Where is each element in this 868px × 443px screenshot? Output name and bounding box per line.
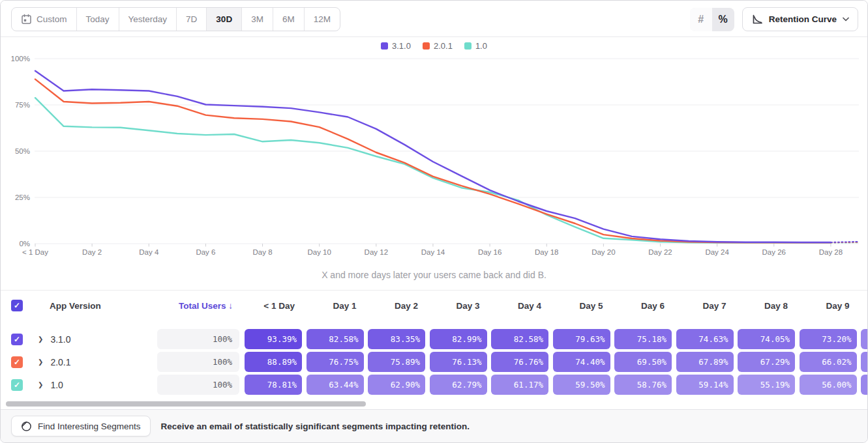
date-range-today[interactable]: Today — [77, 8, 119, 31]
retention-cell[interactable]: 67.89% — [676, 352, 734, 372]
chart-legend: 3.1.02.0.11.0 — [1, 41, 867, 51]
total-users-header[interactable]: Total Users ↓ — [179, 301, 239, 311]
series-line-1.0[interactable] — [35, 98, 831, 242]
legend-swatch — [464, 42, 471, 50]
day-headers: < 1 DayDay 1Day 2Day 3Day 4Day 5Day 6Day… — [245, 301, 857, 311]
date-range-6m[interactable]: 6M — [273, 8, 305, 31]
row-checkbox[interactable]: ✓ — [11, 356, 23, 368]
date-range-30d[interactable]: 30D — [207, 8, 242, 31]
total-users-cell-wrap: 100% — [157, 329, 239, 349]
retention-cell[interactable]: 79.63% — [553, 329, 610, 349]
retention-cell[interactable]: 76.75% — [307, 352, 364, 372]
chart-type-dropdown[interactable]: Retention Curve — [742, 7, 858, 31]
total-users-cell-wrap: 100% — [157, 352, 239, 372]
date-range-label: 30D — [216, 14, 232, 24]
series-line-3.1.0[interactable] — [35, 71, 831, 242]
footer-bar: Find Interesting Segments Receive an ema… — [1, 409, 867, 442]
date-range-3m[interactable]: 3M — [242, 8, 273, 31]
retention-cell[interactable]: 55.19% — [738, 375, 795, 395]
day-header[interactable]: Day 4 — [491, 301, 548, 311]
row-checkbox[interactable]: ✓ — [11, 379, 23, 391]
check-icon: ✓ — [14, 358, 20, 367]
date-range-label: Custom — [37, 14, 67, 24]
retention-line-chart[interactable]: 100%75%50%25%0%< 1 DayDay 2Day 4Day 6Day… — [1, 55, 868, 261]
day-header[interactable]: Day 9 — [800, 301, 857, 311]
x-axis-tick-label: Day 16 — [478, 248, 501, 256]
horizontal-scrollbar-thumb[interactable] — [6, 401, 366, 407]
find-segments-button[interactable]: Find Interesting Segments — [11, 416, 151, 436]
row-series-label: 3.1.0 — [50, 334, 70, 345]
retention-cell[interactable]: 74.40% — [553, 352, 610, 372]
retention-cell[interactable]: 62.79% — [430, 375, 487, 395]
retention-cell[interactable]: 59.14% — [676, 375, 734, 395]
retention-cell[interactable]: 76.76% — [491, 352, 548, 372]
x-axis-tick-label: Day 18 — [535, 248, 558, 256]
chevron-down-icon — [843, 17, 849, 21]
y-axis-tick-label: 50% — [15, 147, 30, 155]
expand-row-icon[interactable]: ❯ — [38, 358, 43, 365]
date-range-7d[interactable]: 7D — [177, 8, 207, 31]
legend-item-2.0.1[interactable]: 2.0.1 — [423, 41, 453, 51]
retention-cell[interactable]: 75.18% — [614, 329, 672, 349]
retention-cell[interactable]: 59.50% — [553, 375, 610, 395]
retention-cell[interactable]: 67.29% — [738, 352, 795, 372]
retention-cell[interactable]: 93.39% — [245, 329, 302, 349]
retention-cell[interactable]: 82.58% — [307, 329, 364, 349]
retention-cell[interactable]: 56.00% — [800, 375, 857, 395]
date-range-selector: CustomTodayYesterday7D30D3M6M12M — [11, 7, 340, 31]
overflow-cell — [861, 375, 867, 395]
table-row-1.0: ✓❯1.0100%78.81%63.44%62.90%62.79%61.17%5… — [1, 373, 867, 396]
number-format-button[interactable]: # — [690, 8, 712, 31]
retention-cell[interactable]: 66.02% — [800, 352, 857, 372]
row-checkbox[interactable]: ✓ — [11, 334, 23, 345]
y-axis-tick-label: 100% — [11, 55, 30, 63]
retention-cell[interactable]: 83.35% — [368, 329, 425, 349]
row-label-column: ❯2.0.1 — [33, 357, 157, 367]
day-header[interactable]: Day 7 — [676, 301, 734, 311]
app-version-column: App Version — [33, 301, 157, 311]
day-header[interactable]: Day 6 — [614, 301, 672, 311]
total-users-cell: 100% — [157, 352, 239, 372]
legend-item-3.1.0[interactable]: 3.1.0 — [381, 41, 411, 51]
expand-row-icon[interactable]: ❯ — [38, 336, 43, 343]
day-header[interactable]: Day 1 — [307, 301, 364, 311]
retention-cell[interactable]: 82.58% — [491, 329, 548, 349]
retention-cell[interactable]: 73.20% — [800, 329, 857, 349]
retention-cell[interactable]: 76.13% — [430, 352, 487, 372]
retention-cell[interactable]: 74.63% — [676, 329, 734, 349]
x-axis-tick-label: Day 12 — [365, 248, 388, 256]
x-axis-tick-label: Day 4 — [139, 248, 159, 256]
retention-cell[interactable]: 61.17% — [491, 375, 548, 395]
retention-cell[interactable]: 75.89% — [368, 352, 425, 372]
day-header[interactable]: < 1 Day — [245, 301, 302, 311]
row-checkbox-column: ✓ — [1, 356, 33, 368]
retention-cell[interactable]: 58.76% — [614, 375, 672, 395]
retention-cell[interactable]: 82.99% — [430, 329, 487, 349]
retention-cell[interactable]: 63.44% — [307, 375, 364, 395]
y-axis-tick-label: 75% — [15, 101, 30, 109]
date-range-12m[interactable]: 12M — [305, 8, 340, 31]
retention-cell[interactable]: 74.05% — [738, 329, 795, 349]
day-header[interactable]: Day 3 — [430, 301, 487, 311]
x-axis-tick-label: Day 22 — [648, 248, 672, 256]
date-range-yesterday[interactable]: Yesterday — [119, 8, 177, 31]
chart-section: 3.1.02.0.11.0 100%75%50%25%0%< 1 DayDay … — [1, 38, 867, 290]
percent-format-button[interactable]: % — [712, 8, 734, 31]
retention-cell[interactable]: 62.90% — [368, 375, 425, 395]
horizontal-scrollbar — [1, 401, 867, 407]
retention-cell[interactable]: 69.50% — [614, 352, 672, 372]
day-header[interactable]: Day 5 — [553, 301, 610, 311]
legend-item-1.0[interactable]: 1.0 — [464, 41, 487, 51]
total-users-cell: 100% — [157, 375, 239, 395]
day-header[interactable]: Day 8 — [738, 301, 795, 311]
day-header[interactable]: Day 2 — [368, 301, 425, 311]
x-axis-tick-label: Day 14 — [421, 248, 445, 256]
row-checkbox-column: ✓ — [1, 334, 33, 345]
select-all-checkbox[interactable]: ✓ — [11, 300, 23, 311]
date-range-custom[interactable]: Custom — [12, 8, 77, 31]
table-header-row: ✓App VersionTotal Users ↓< 1 DayDay 1Day… — [1, 291, 867, 321]
expand-row-icon[interactable]: ❯ — [38, 381, 43, 388]
retention-cell[interactable]: 78.81% — [245, 375, 302, 395]
retention-cell[interactable]: 88.89% — [245, 352, 302, 372]
x-axis-tick-label: Day 10 — [307, 248, 331, 256]
